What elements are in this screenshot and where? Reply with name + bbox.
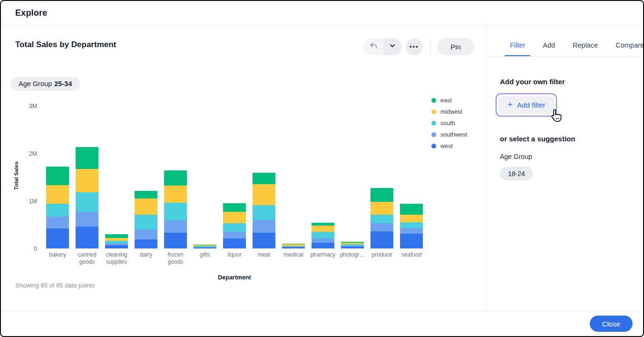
x-label-liquor: liquor <box>220 251 249 266</box>
bar-segment-south[interactable] <box>164 203 187 220</box>
x-label-cleaning-supplies: cleaning supplies <box>102 251 131 266</box>
bar-segment-west[interactable] <box>164 233 187 248</box>
bar-segment-west[interactable] <box>135 239 157 248</box>
bar-segment-southwest[interactable] <box>371 223 393 231</box>
suggestion-chip-18-24[interactable]: 18-24 <box>500 167 533 180</box>
legend-item-west[interactable]: west <box>431 143 467 149</box>
bar-segment-east[interactable] <box>253 173 275 184</box>
bar-segment-south[interactable] <box>46 204 69 217</box>
legend-item-southwest[interactable]: southwest <box>431 131 467 138</box>
legend-label-southwest: southwest <box>440 131 467 138</box>
bar-segment-midwest[interactable] <box>371 202 393 215</box>
more-options-button[interactable]: ••• <box>406 39 422 55</box>
bar-segment-midwest[interactable] <box>312 226 334 232</box>
legend-item-midwest[interactable]: midwest <box>431 109 467 115</box>
bar-segment-midwest[interactable] <box>46 185 69 204</box>
bar-segment-southwest[interactable] <box>312 238 334 243</box>
dialog-header: Explore <box>1 1 643 26</box>
bar-segment-west[interactable] <box>282 247 305 248</box>
undo-menu-button[interactable] <box>383 38 401 55</box>
bar-bakery[interactable] <box>46 167 69 248</box>
x-label-produce: produce <box>367 251 397 266</box>
bar-segment-midwest[interactable] <box>135 198 157 215</box>
x-label-frozen-goods: frozen goods <box>161 251 190 266</box>
legend-item-east[interactable]: east <box>431 97 467 104</box>
bar-segment-east[interactable] <box>371 188 393 202</box>
bar-segment-west[interactable] <box>371 231 393 248</box>
tab-replace[interactable]: Replace <box>569 41 601 56</box>
bar-canned-goods[interactable] <box>76 147 98 248</box>
bar-segment-midwest[interactable] <box>164 186 187 203</box>
bar-gifts[interactable] <box>194 245 216 248</box>
bar-segment-midwest[interactable] <box>223 212 246 223</box>
x-axis-title: Department <box>43 274 426 281</box>
bar-photogr-[interactable] <box>341 242 364 248</box>
bar-segment-southwest[interactable] <box>135 229 157 239</box>
bar-segment-east[interactable] <box>164 170 187 186</box>
bar-segment-south[interactable] <box>223 223 246 232</box>
bar-segment-east[interactable] <box>105 234 128 238</box>
y-tick-2M: 2M <box>20 150 37 157</box>
chart-toolbar: ••• Pin <box>363 38 474 55</box>
bar-slot-pharmacy <box>308 101 338 248</box>
bar-segment-midwest[interactable] <box>400 215 423 222</box>
bar-segment-west[interactable] <box>105 245 128 248</box>
tab-add[interactable]: Add <box>539 41 558 56</box>
legend-label-west: west <box>440 143 453 149</box>
bar-segment-west[interactable] <box>400 234 423 248</box>
bar-segment-southwest[interactable] <box>164 220 187 233</box>
pin-button[interactable]: Pin <box>437 38 474 55</box>
bar-segment-east[interactable] <box>76 147 98 169</box>
bar-segment-east[interactable] <box>400 204 423 215</box>
bar-medical[interactable] <box>282 244 305 248</box>
bar-segment-south[interactable] <box>371 215 393 223</box>
bar-segment-midwest[interactable] <box>76 169 98 192</box>
x-label-photogr-: photogr… <box>338 251 367 266</box>
bar-segment-east[interactable] <box>223 203 246 212</box>
bar-seafood[interactable] <box>400 204 423 248</box>
x-label-dairy: dairy <box>131 251 161 266</box>
x-label-meat: meat <box>249 251 279 266</box>
bar-pharmacy[interactable] <box>312 223 334 248</box>
bar-segment-southwest[interactable] <box>400 228 423 234</box>
bar-meat[interactable] <box>253 173 275 248</box>
chart-title: Total Sales by Department <box>15 40 116 50</box>
bar-segment-southwest[interactable] <box>76 212 98 227</box>
bar-segment-south[interactable] <box>400 222 423 228</box>
dialog-title: Explore <box>15 8 47 18</box>
bar-segment-southwest[interactable] <box>253 220 275 233</box>
bar-segment-midwest[interactable] <box>253 184 275 205</box>
age-group-filter-chip[interactable]: Age Group 25-34 <box>10 77 80 91</box>
bar-segment-west[interactable] <box>312 243 334 248</box>
y-tick-3M: 3M <box>20 103 37 109</box>
bar-segment-southwest[interactable] <box>223 232 246 238</box>
bar-segment-west[interactable] <box>194 248 216 248</box>
bar-segment-east[interactable] <box>135 191 157 198</box>
x-axis-labels: bakerycanned goodscleaning suppliesdairy… <box>43 251 426 266</box>
bar-segment-south[interactable] <box>76 192 98 212</box>
bar-segment-south[interactable] <box>253 205 275 220</box>
bar-segment-west[interactable] <box>253 233 275 248</box>
bar-produce[interactable] <box>371 188 393 248</box>
close-button[interactable]: Close <box>590 316 633 332</box>
suggestion-group-label: Age Group <box>500 153 644 160</box>
bar-cleaning-supplies[interactable] <box>105 234 128 248</box>
tab-filter[interactable]: Filter <box>507 41 528 56</box>
bar-frozen-goods[interactable] <box>164 170 187 248</box>
bar-segment-east[interactable] <box>46 167 69 185</box>
bar-dairy[interactable] <box>135 191 157 248</box>
bar-segment-west[interactable] <box>46 228 69 248</box>
bar-segment-south[interactable] <box>312 232 334 238</box>
bar-segment-west[interactable] <box>341 247 364 248</box>
add-filter-button[interactable]: + Add filter <box>498 96 554 114</box>
legend-item-south[interactable]: south <box>431 120 467 127</box>
bar-segment-southwest[interactable] <box>46 217 69 228</box>
tab-compare[interactable]: Compare <box>612 41 644 56</box>
bar-segment-west[interactable] <box>76 227 98 248</box>
undo-button[interactable] <box>363 38 383 55</box>
bar-segment-south[interactable] <box>135 215 157 229</box>
own-filter-heading: Add your own filter <box>500 78 644 86</box>
x-label-seafood: seafood <box>397 251 426 266</box>
bar-liquor[interactable] <box>223 203 246 248</box>
bar-segment-west[interactable] <box>223 238 246 248</box>
